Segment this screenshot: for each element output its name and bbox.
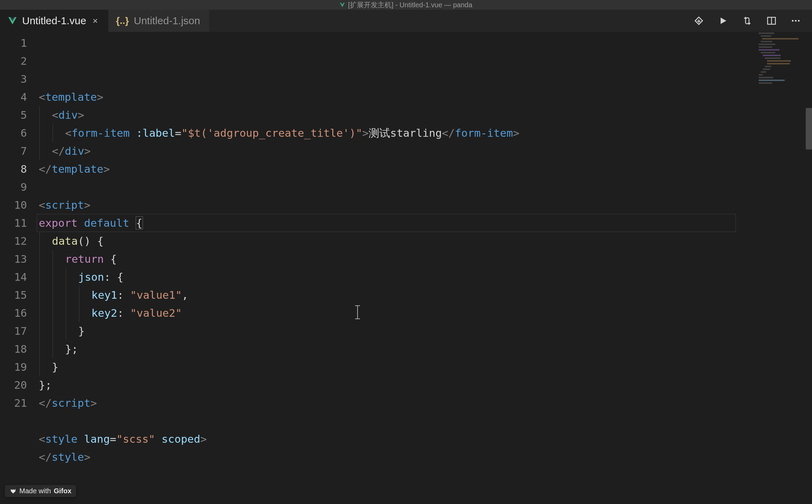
line-number-gutter: 123456789101112131415161718192021 [0,32,39,504]
code-line[interactable]: <style lang="scss" scoped> [39,430,812,448]
compare-changes-icon[interactable] [741,15,753,27]
line-number: 16 [0,304,27,322]
line-number: 6 [0,124,27,142]
line-number: 19 [0,358,27,376]
code-line[interactable]: } [39,358,812,376]
code-line[interactable] [39,178,812,196]
gifox-logo-icon [10,488,17,495]
line-number: 20 [0,376,27,394]
code-line[interactable]: <script> [39,196,812,214]
line-number: 13 [0,250,27,268]
line-number: 11 [0,214,27,232]
tab-untitled-vue[interactable]: Untitled-1.vue × [0,10,108,32]
code-line[interactable]: <form-item :label="$t('adgroup_create_ti… [39,124,812,142]
editor-area[interactable]: 123456789101112131415161718192021 <templ… [0,32,812,504]
scrollbar-thumb[interactable] [806,108,812,150]
line-number: 7 [0,142,27,160]
editor-tabs-row: Untitled-1.vue × {..} Untitled-1.json [0,10,812,32]
svg-point-3 [795,20,797,22]
vue-file-icon [8,16,17,26]
line-number: 17 [0,322,27,340]
tab-label: Untitled-1.vue [22,15,86,27]
code-line[interactable]: key1: "value1", [39,286,812,304]
tab-label: Untitled-1.json [134,15,200,27]
code-line[interactable]: </style> [39,448,812,466]
line-number: 9 [0,178,27,196]
close-icon[interactable]: × [91,16,99,26]
more-actions-icon[interactable] [790,15,802,27]
code-line[interactable]: <template> [39,88,812,106]
vue-file-icon [340,2,345,8]
code-content[interactable]: <template><div><form-item :label="$t('ad… [39,32,812,504]
line-number: 8 [0,160,27,178]
line-number: 18 [0,340,27,358]
svg-point-2 [792,20,794,22]
run-icon[interactable] [717,15,729,27]
line-number: 4 [0,88,27,106]
line-number: 3 [0,70,27,88]
code-line[interactable]: } [39,322,812,340]
code-line[interactable]: return { [39,250,812,268]
code-line[interactable]: key2: "value2" [39,304,812,322]
code-line[interactable]: data() { [39,232,812,250]
line-number: 12 [0,232,27,250]
tab-untitled-json[interactable]: {..} Untitled-1.json [108,10,209,32]
code-line[interactable]: export default { [39,214,812,232]
source-control-icon[interactable] [693,15,705,27]
line-number: 5 [0,106,27,124]
line-number: 10 [0,196,27,214]
window-title-text: [扩展开发主机] - Untitled-1.vue — panda [348,0,472,10]
line-number: 15 [0,286,27,304]
gifox-watermark: Made with Gifox [5,485,76,497]
line-number: 1 [0,34,27,52]
editor-actions [693,10,812,32]
line-number: 2 [0,52,27,70]
code-line[interactable]: </template> [39,160,812,178]
code-line[interactable]: json: { [39,268,812,286]
line-number: 14 [0,268,27,286]
code-line[interactable]: </div> [39,142,812,160]
svg-point-4 [798,20,800,22]
gifox-text-brand: Gifox [54,487,71,495]
split-editor-icon[interactable] [766,15,777,27]
code-line[interactable]: }; [39,376,812,394]
code-line[interactable]: <div> [39,106,812,124]
code-line[interactable]: }; [39,340,812,358]
code-line[interactable] [39,412,812,430]
line-number: 21 [0,394,27,412]
window-titlebar: [扩展开发主机] - Untitled-1.vue — panda [0,0,812,10]
code-line[interactable]: </script> [39,394,812,412]
gifox-text-prefix: Made with [19,487,51,495]
json-file-icon: {..} [116,15,129,26]
